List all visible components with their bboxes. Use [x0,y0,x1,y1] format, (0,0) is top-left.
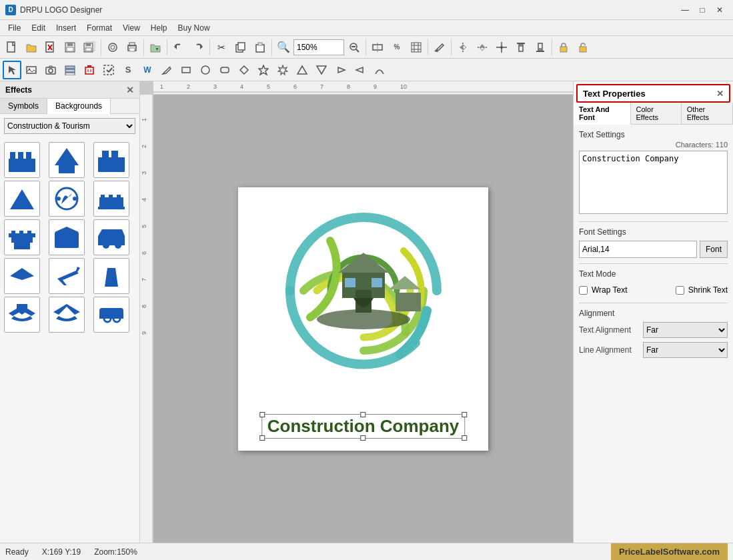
menu-help[interactable]: Help [145,22,173,34]
rectangle-tool[interactable] [177,61,195,79]
zoom-out-minus[interactable] [345,38,363,57]
star-tool[interactable] [254,61,273,79]
image-tool[interactable] [22,61,41,79]
menu-file[interactable]: File [3,22,26,34]
tab-symbols[interactable]: Symbols [0,99,47,113]
handle-tl[interactable] [259,412,265,417]
symbol-11[interactable] [49,258,85,294]
arrow-right-tool[interactable] [331,61,350,79]
undo-button[interactable] [169,38,188,57]
checkbox-tool[interactable] [99,61,118,79]
handle-tr[interactable] [462,412,467,417]
lock-button[interactable] [554,38,573,57]
symbol-2[interactable] [49,142,85,178]
new-button[interactable] [3,38,21,57]
handle-br[interactable] [462,435,467,441]
print-preview-button[interactable] [103,38,122,57]
menu-view[interactable]: View [117,22,145,34]
svg-rect-8 [86,43,91,46]
save-all-button[interactable] [80,38,99,57]
category-dropdown[interactable]: Construction & Tourism Technology Nature… [4,118,135,134]
text-edit-button[interactable] [430,38,449,57]
unlock-button[interactable] [574,38,592,57]
wordart-tool[interactable]: W [138,61,157,79]
symbol-1[interactable] [4,142,40,178]
symbol-4[interactable] [4,181,40,217]
circle-tool[interactable] [196,61,215,79]
align-top-button[interactable] [512,38,530,57]
triangle-down-tool[interactable] [312,61,331,79]
shrink-text-checkbox[interactable] [676,286,684,295]
paste-button[interactable] [251,38,269,57]
print-button[interactable] [123,38,141,57]
symbol-8[interactable] [49,219,85,255]
symbol-7[interactable] [4,219,40,255]
zoom-input[interactable]: 150% [293,39,344,55]
text-alignment-select[interactable]: Near Center Far [643,322,728,338]
svg-rect-87 [17,203,27,209]
text-props-title: Text Properties [583,89,646,99]
menu-format[interactable]: Format [81,22,117,34]
triangle-tool[interactable] [293,61,311,79]
arrow-left-tool[interactable] [351,61,370,79]
close-button[interactable]: ✕ [712,3,728,17]
wrap-text-checkbox[interactable] [579,286,588,295]
symbol-15[interactable] [93,297,129,333]
cut-button[interactable]: ✂ [212,38,231,57]
svg-rect-100 [19,231,23,234]
symbol-5[interactable] [49,181,85,217]
font-input[interactable]: Arial,14 [579,241,697,258]
handle-bm[interactable] [360,435,365,441]
arc-tool[interactable] [370,61,389,79]
grid-button[interactable] [407,38,426,57]
svg-rect-71 [10,152,15,159]
menu-insert[interactable]: Insert [51,22,81,34]
layers-tool[interactable] [61,61,79,79]
camera-tool[interactable] [41,61,60,79]
text-tool[interactable]: S [119,61,137,79]
open-recent-button[interactable]: ▼ [146,38,165,57]
flip-h-button[interactable] [454,38,472,57]
redo-button[interactable] [189,38,207,57]
line-alignment-select[interactable]: Near Center Far [643,342,728,358]
menu-edit[interactable]: Edit [26,22,51,34]
flip-v-button[interactable] [473,38,492,57]
text-input[interactable]: Construction Company [579,151,728,214]
menu-buynow[interactable]: Buy Now [173,22,215,34]
symbol-9[interactable] [93,219,129,255]
zoom-percent-button[interactable]: % [388,38,406,57]
select-tool[interactable] [3,61,21,79]
tab-text-and-font[interactable]: Text And Font [574,103,631,125]
font-button[interactable]: Font [700,241,728,258]
symbol-6[interactable] [93,181,129,217]
symbol-14[interactable] [49,297,85,333]
maximize-button[interactable]: □ [694,3,710,17]
delete-tool[interactable] [80,61,99,79]
diamond-tool[interactable] [235,61,253,79]
save-button[interactable] [61,38,79,57]
pen-tool[interactable] [157,61,176,79]
handle-bl[interactable] [259,435,265,441]
symbol-3[interactable] [93,142,129,178]
text-props-close[interactable]: ✕ [716,89,724,99]
symbol-13[interactable] [4,297,40,333]
svg-rect-84 [101,160,105,165]
tab-color-effects[interactable]: Color Effects [631,103,682,124]
effects-panel-close[interactable]: ✕ [126,85,134,95]
center-button[interactable] [492,38,511,57]
symbol-10[interactable] [4,258,40,294]
close-doc-button[interactable] [41,38,60,57]
zoom-out-button[interactable]: 🔍 [274,38,293,57]
handle-tm[interactable] [360,412,365,417]
text-element-container[interactable]: Construction Company [261,414,465,439]
fit-width-button[interactable] [368,38,387,57]
open-button[interactable] [22,38,41,57]
symbol-12[interactable] [93,258,129,294]
align-bottom-button[interactable] [531,38,550,57]
minimize-button[interactable]: — [677,3,693,17]
tab-backgrounds[interactable]: Backgrounds [47,99,111,114]
rounded-rect-tool[interactable] [215,61,234,79]
burst-tool[interactable] [273,61,292,79]
tab-other-effects[interactable]: Other Effects [682,103,733,124]
copy-button[interactable] [231,38,250,57]
